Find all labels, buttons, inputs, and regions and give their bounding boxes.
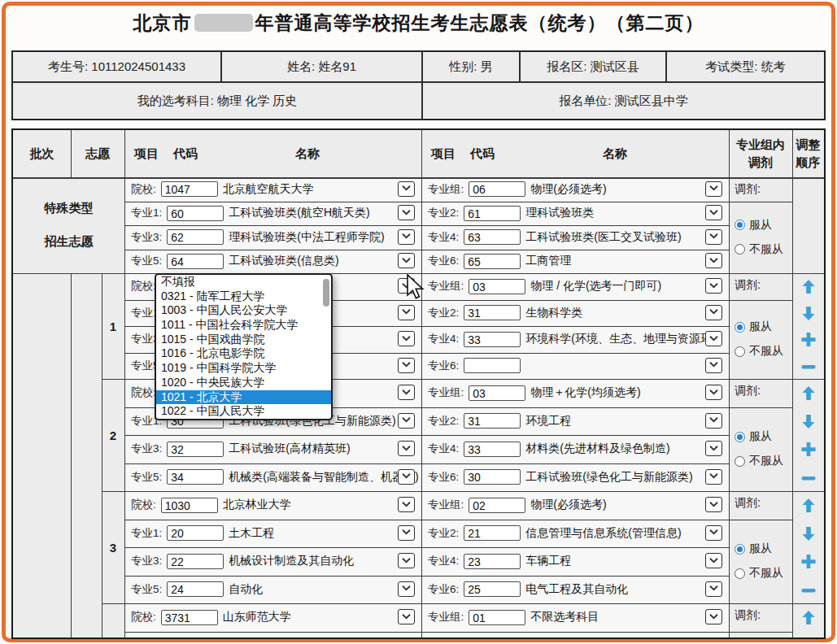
code-input[interactable]: 02 [469, 498, 525, 513]
dropdown-toggle-button[interactable] [705, 525, 722, 541]
radio-refuse[interactable] [735, 568, 745, 579]
radio-refuse[interactable] [735, 346, 745, 357]
dropdown-toggle-button[interactable] [398, 358, 415, 373]
dropdown-toggle-button[interactable] [705, 253, 722, 268]
radio-obey[interactable] [735, 220, 745, 230]
dropdown-item[interactable]: 0321 - 陆军工程大学 [156, 289, 331, 304]
dropdown-toggle-button[interactable] [398, 331, 415, 346]
arrow-plus-icon[interactable] [800, 332, 816, 350]
dropdown-toggle-button[interactable] [705, 469, 722, 485]
radio-option-obey[interactable]: 服从 [735, 320, 783, 334]
dropdown-scrollbar-thumb[interactable] [323, 279, 329, 307]
dropdown-item[interactable]: 1016 - 北京电影学院 [156, 346, 331, 361]
code-input[interactable]: 25 [464, 581, 521, 597]
code-input[interactable]: 33 [464, 442, 521, 457]
dropdown-toggle-button[interactable] [398, 469, 415, 485]
radio-option-refuse[interactable]: 不服从 [735, 242, 783, 257]
dropdown-toggle-button[interactable] [398, 229, 415, 245]
dropdown-toggle-button[interactable] [398, 253, 415, 268]
code-input[interactable]: 06 [469, 181, 525, 197]
dropdown-toggle-button[interactable] [398, 581, 415, 597]
arrow-up-icon[interactable] [800, 385, 816, 404]
code-input[interactable]: 22 [167, 554, 224, 569]
dropdown-toggle-button[interactable] [398, 385, 415, 400]
radio-refuse[interactable] [735, 456, 745, 467]
dropdown-toggle-button[interactable] [705, 305, 722, 320]
dropdown-toggle-button[interactable] [705, 205, 722, 220]
radio-option-obey[interactable]: 服从 [735, 429, 783, 444]
dropdown-item[interactable]: 1019 - 中国科学院大学 [156, 361, 331, 376]
code-input[interactable]: 62 [167, 229, 224, 245]
arrow-plus-icon[interactable] [800, 554, 816, 572]
dropdown-toggle-button[interactable] [705, 358, 722, 373]
dropdown-toggle-button[interactable] [398, 205, 415, 220]
dropdown-toggle-button[interactable] [705, 229, 722, 245]
dropdown-toggle-button[interactable] [398, 497, 415, 512]
radio-refuse[interactable] [735, 244, 745, 255]
code-input[interactable]: 31 [464, 305, 521, 320]
code-input[interactable]: 60 [167, 206, 224, 221]
dropdown-toggle-button[interactable] [705, 385, 722, 400]
code-input[interactable]: 64 [167, 254, 224, 269]
dropdown-item[interactable]: 1021 - 北京大学 [156, 390, 331, 405]
arrow-minus-icon[interactable] [800, 582, 816, 597]
dropdown-toggle-button[interactable] [705, 609, 722, 624]
arrow-down-icon[interactable] [800, 414, 816, 433]
code-input[interactable]: 20 [167, 525, 224, 541]
code-input[interactable]: 3731 [161, 610, 218, 625]
radio-option-obey[interactable]: 服从 [735, 218, 783, 233]
code-input[interactable]: 30 [464, 469, 521, 485]
dropdown-item[interactable]: 1003 - 中国人民公安大学 [156, 303, 331, 318]
dropdown-toggle-button[interactable] [398, 637, 415, 639]
dropdown-toggle-button[interactable] [705, 637, 722, 639]
dropdown-item[interactable]: 1011 - 中国社会科学院大学 [156, 318, 331, 333]
code-input[interactable] [464, 637, 521, 639]
code-input[interactable]: 01 [469, 610, 525, 625]
radio-obey[interactable] [735, 432, 745, 442]
arrow-down-icon[interactable] [800, 638, 816, 639]
arrow-up-icon[interactable] [800, 279, 816, 298]
dropdown-item[interactable]: 1022 - 中国人民大学 [156, 404, 331, 419]
dropdown-toggle-button[interactable] [705, 441, 722, 456]
code-input[interactable]: 33 [464, 332, 521, 347]
dropdown-toggle-button[interactable] [705, 497, 722, 512]
dropdown-toggle-button[interactable] [398, 181, 415, 197]
arrow-minus-icon[interactable] [800, 359, 816, 373]
arrow-minus-icon[interactable] [800, 470, 816, 485]
dropdown-toggle-button[interactable] [705, 331, 722, 346]
code-input[interactable]: 24 [167, 581, 224, 597]
code-input[interactable]: 03 [469, 385, 525, 401]
dropdown-toggle-button[interactable] [705, 581, 722, 597]
radio-option-refuse[interactable]: 不服从 [735, 344, 783, 359]
code-input[interactable]: 1047 [161, 181, 218, 197]
dropdown-toggle-button[interactable] [398, 441, 415, 456]
dropdown-item[interactable]: 1020 - 中央民族大学 [156, 376, 331, 390]
code-input[interactable]: 34 [167, 469, 224, 485]
dropdown-toggle-button[interactable] [398, 525, 415, 541]
radio-obey[interactable] [735, 322, 745, 333]
dropdown-item[interactable]: 不填报 [156, 275, 331, 289]
arrow-down-icon[interactable] [800, 306, 816, 324]
dropdown-toggle-button[interactable] [398, 609, 415, 624]
dropdown-toggle-button[interactable] [705, 278, 722, 294]
code-input[interactable]: 1030 [161, 498, 218, 513]
dropdown-toggle-button[interactable] [705, 413, 722, 429]
code-input[interactable]: 32 [167, 442, 224, 457]
code-input[interactable]: 61 [464, 206, 521, 221]
code-input[interactable]: 23 [464, 554, 521, 569]
dropdown-toggle-button[interactable] [398, 413, 415, 429]
dropdown-toggle-button[interactable] [398, 305, 415, 320]
code-input[interactable]: 65 [464, 254, 521, 269]
code-input[interactable]: 63 [464, 229, 521, 245]
arrow-down-icon[interactable] [800, 526, 816, 545]
arrow-up-icon[interactable] [800, 498, 816, 516]
arrow-plus-icon[interactable] [800, 442, 816, 460]
dropdown-toggle-button[interactable] [705, 181, 722, 197]
code-input[interactable]: 21 [464, 525, 521, 541]
arrow-up-icon[interactable] [800, 610, 816, 629]
code-input[interactable] [167, 637, 224, 639]
code-input[interactable]: 31 [464, 413, 521, 429]
code-input[interactable] [464, 358, 521, 373]
dropdown-toggle-button[interactable] [398, 553, 415, 568]
dropdown-item[interactable]: 1015 - 中国戏曲学院 [156, 333, 331, 347]
